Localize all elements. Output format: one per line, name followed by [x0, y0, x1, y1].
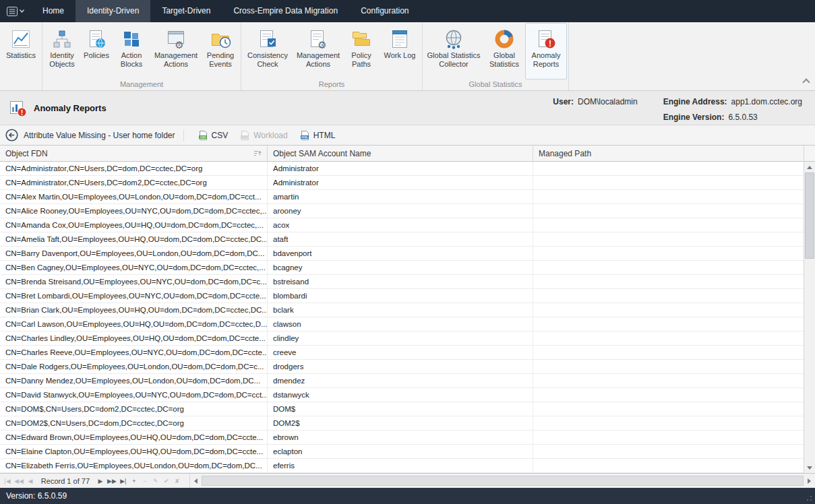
table-row[interactable]: CN=Brian Clark,OU=Employees,OU=HQ,OU=dom…: [0, 303, 804, 317]
tab-configuration[interactable]: Configuration: [349, 0, 420, 22]
table-cell: CN=Charles Lindley,OU=Employees,OU=HQ,OU…: [0, 332, 268, 345]
work-log-icon: [389, 27, 411, 51]
table-row[interactable]: CN=DOM2$,CN=Users,DC=dom,DC=cctec,DC=org…: [0, 416, 804, 431]
horizontal-scrollbar[interactable]: [189, 474, 815, 488]
action-blocks-icon: [121, 27, 142, 51]
ribbon-item-consistency-check[interactable]: Consistency Check: [243, 23, 293, 80]
table-row[interactable]: CN=Ben Cagney,OU=Employees,OU=NYC,OU=dom…: [0, 261, 804, 275]
tab-home[interactable]: Home: [31, 0, 76, 22]
horizontal-scroll-thumb[interactable]: [202, 476, 804, 486]
application-menu-button[interactable]: [0, 0, 31, 22]
table-cell: dmendez: [268, 374, 533, 387]
table-row[interactable]: CN=Charles Reeve,OU=Employees,OU=NYC,OU=…: [0, 346, 804, 360]
first-record-button: |◀: [2, 474, 13, 488]
ribbon-item-action-blocks[interactable]: Action Blocks: [113, 23, 150, 80]
next-page-button[interactable]: ▶▶: [106, 474, 118, 488]
column-header-object-sam-account-name[interactable]: Object SAM Account Name: [268, 146, 533, 161]
ribbon-item-work-log[interactable]: Work Log: [379, 23, 421, 80]
table-cell: CN=Brenda Streisand,OU=Employees,OU=NYC,…: [0, 275, 268, 288]
resize-grip-icon: [810, 499, 812, 501]
report-name-label: Attribute Value Missing - User home fold…: [24, 131, 175, 140]
table-cell: amartin: [268, 190, 533, 203]
horizontal-scroll-track[interactable]: [202, 476, 804, 486]
table-row[interactable]: CN=Alice Rooney,OU=Employees,OU=NYC,OU=d…: [0, 204, 804, 218]
ribbon-group-label: Global Statistics: [424, 80, 567, 90]
column-header-object-fdn[interactable]: Object FDN: [0, 146, 268, 161]
table-cell: Administrator: [268, 162, 533, 175]
back-button[interactable]: Attribute Value Missing - User home fold…: [5, 129, 175, 141]
ribbon-item-management-actions-report[interactable]: ⚙ Management Actions: [293, 23, 344, 80]
table-row[interactable]: CN=DOM$,CN=Users,DC=dom2,DC=cctec,DC=org…: [0, 402, 804, 416]
table-row[interactable]: CN=Charles Lindley,OU=Employees,OU=HQ,OU…: [0, 332, 804, 346]
page-title: Anomaly Reports: [34, 103, 107, 113]
ribbon-item-global-statistics-collector[interactable]: Global Statistics Collector: [424, 23, 483, 80]
ribbon-item-statistics[interactable]: Statistics: [1, 23, 40, 80]
tab-identity-driven[interactable]: Identity-Driven: [76, 0, 150, 22]
table-row[interactable]: CN=David Stanwyck,OU=Employees,OU=NYC,OU…: [0, 388, 804, 402]
table-row[interactable]: CN=Bret Lombardi,OU=Employees,OU=NYC,OU=…: [0, 289, 804, 303]
vertical-scroll-thumb[interactable]: [805, 172, 814, 259]
triangle-left-icon: [194, 478, 198, 484]
table-row[interactable]: CN=Edward Brown,OU=Employees,OU=HQ,OU=do…: [0, 431, 804, 445]
ribbon-item-global-statistics[interactable]: Global Statistics: [483, 23, 525, 80]
table-row[interactable]: CN=Administrator,CN=Users,DC=dom,DC=ccte…: [0, 162, 804, 176]
user-value: DOM\localadmin: [578, 97, 638, 106]
table-row[interactable]: CN=Danny Mendez,OU=Employees,OU=London,O…: [0, 374, 804, 388]
back-arrow-icon: [5, 129, 18, 141]
column-header-label: Object FDN: [5, 149, 48, 158]
report-toolbar: Attribute Value Missing - User home fold…: [0, 125, 815, 146]
ribbon-item-label: Action Blocks: [115, 51, 148, 68]
collapse-ribbon-icon[interactable]: [802, 78, 810, 86]
table-cell: [533, 204, 804, 218]
chevron-down-icon: [20, 9, 24, 13]
ribbon-group-management: Identity Objects Policies: [42, 22, 241, 90]
column-header-label: Managed Path: [539, 149, 591, 158]
ribbon-item-anomaly-reports[interactable]: ! Anomaly Reports: [525, 23, 567, 80]
prev-record-button: ◀: [25, 474, 36, 488]
table-cell: Administrator: [268, 176, 533, 189]
table-row[interactable]: CN=Administrator,CN=Users,DC=dom2,DC=cct…: [0, 176, 804, 190]
triangle-up-icon: [807, 166, 812, 169]
table-cell: bclark: [268, 303, 533, 317]
ribbon-item-label: Policy Paths: [346, 51, 377, 68]
last-record-button[interactable]: ▶|: [118, 474, 129, 488]
table-cell: CN=Elizabeth Ferris,OU=Employees,OU=Lond…: [0, 459, 268, 472]
table-row[interactable]: CN=Elizabeth Ferris,OU=Employees,OU=Lond…: [0, 459, 804, 473]
record-navigator: |◀◀◀◀ Record 1 of 77 ▶▶▶▶|+−✎✔✘: [0, 473, 815, 488]
ribbon-item-pending-events[interactable]: Pending Events: [202, 23, 239, 80]
scroll-down-button[interactable]: [804, 462, 815, 473]
ribbon-item-policy-paths[interactable]: Policy Paths: [344, 23, 379, 80]
table-row[interactable]: CN=Amelia Taft,OU=Employees,OU=HQ,OU=dom…: [0, 232, 804, 247]
table-cell: [533, 388, 804, 402]
tab-cross-empire-data-migration[interactable]: Cross-Empire Data Migration: [222, 0, 349, 22]
ribbon-item-management-actions[interactable]: ⚙ Management Actions: [150, 23, 202, 80]
table-row[interactable]: CN=Alex Martin,OU=Employees,OU=London,OU…: [0, 190, 804, 204]
anomaly-reports-icon: !: [535, 27, 557, 51]
table-row[interactable]: CN=Brenda Streisand,OU=Employees,OU=NYC,…: [0, 275, 804, 289]
table-row[interactable]: CN=Dale Rodgers,OU=Employees,OU=London,O…: [0, 360, 804, 374]
ribbon-item-identity-objects[interactable]: Identity Objects: [44, 23, 80, 80]
table-row[interactable]: CN=Barry Davenport,OU=Employees,OU=Londo…: [0, 247, 804, 261]
table-row[interactable]: CN=Carl Lawson,OU=Employees,OU=HQ,OU=dom…: [0, 317, 804, 332]
scroll-up-button[interactable]: [804, 162, 815, 172]
column-header-managed-path[interactable]: Managed Path: [533, 146, 804, 161]
export-csv-button[interactable]: CSV CSV: [192, 127, 235, 144]
table-cell: CN=David Stanwyck,OU=Employees,OU=NYC,OU…: [0, 388, 268, 402]
table-cell: dstanwyck: [268, 388, 533, 402]
ribbon-group-label: Reports: [243, 80, 421, 90]
scroll-right-button[interactable]: [804, 474, 815, 488]
vertical-scroll-track[interactable]: [804, 172, 815, 462]
export-html-button[interactable]: HTML HTML: [294, 127, 342, 144]
toolbar-separator: [183, 129, 184, 141]
table-cell: [533, 162, 804, 175]
next-record-button[interactable]: ▶: [95, 474, 106, 488]
ribbon-item-policies[interactable]: Policies: [80, 23, 113, 80]
append-record-button[interactable]: +: [129, 474, 140, 488]
tab-target-driven[interactable]: Target-Driven: [150, 0, 222, 22]
status-bar: Version: 6.5.0.59: [0, 488, 815, 504]
scroll-left-button[interactable]: [190, 474, 202, 488]
table-row[interactable]: CN=Amanda Cox,OU=Employees,OU=HQ,OU=dom,…: [0, 218, 804, 232]
vertical-scrollbar[interactable]: [804, 146, 815, 473]
sort-ascending-icon: [253, 149, 262, 158]
table-row[interactable]: CN=Elaine Clapton,OU=Employees,OU=HQ,OU=…: [0, 445, 804, 459]
